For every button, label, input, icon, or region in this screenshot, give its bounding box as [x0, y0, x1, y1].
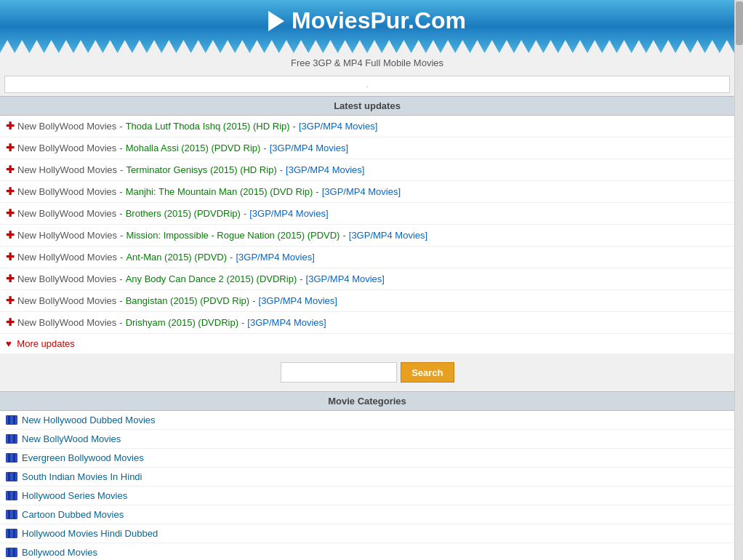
item-category: New BollyWood Movies [17, 119, 116, 134]
item-category: New HollyWood Movies [17, 250, 117, 265]
search-button[interactable]: Search [401, 362, 454, 383]
film-icon [6, 510, 17, 519]
update-item: ✚ New BollyWood Movies - Any Body Can Da… [0, 268, 734, 290]
movie-title-link[interactable]: Brothers (2015) (PDVDRip) [126, 207, 241, 221]
update-item: ✚ New BollyWood Movies - Manjhi: The Mou… [0, 181, 734, 203]
update-item: ✚ New HollyWood Movies - Ant-Man (2015) … [0, 247, 734, 268]
film-icon [6, 491, 17, 500]
film-icon [6, 472, 17, 481]
plus-icon: ✚ [6, 162, 15, 177]
separator: - [119, 294, 122, 308]
film-icon [6, 434, 17, 444]
plus-icon: ✚ [6, 228, 15, 243]
category-link[interactable]: Hollywood Movies Hindi Dubbed [22, 528, 158, 539]
category-link[interactable]: New Hollywood Dubbed Movies [22, 415, 156, 425]
item-separator: - [244, 207, 246, 221]
latest-updates-header: Latest updates [0, 96, 734, 116]
update-item: ✚ New BollyWood Movies - Drishyam (2015)… [0, 312, 734, 334]
tag-link[interactable]: [3GP/MP4 Movies] [236, 250, 314, 265]
category-item: Evergreen Bollywood Movies [0, 449, 734, 468]
category-item: New Hollywood Dubbed Movies [0, 411, 734, 430]
item-category: New BollyWood Movies [17, 141, 116, 156]
movie-title-link[interactable]: Terminator Genisys (2015) (HD Rip) [126, 163, 276, 177]
more-updates-link[interactable]: More updates [17, 338, 75, 349]
category-link[interactable]: Evergreen Bollywood Movies [22, 452, 144, 463]
movie-title-link[interactable]: Any Body Can Dance 2 (2015) (DVDRip) [126, 272, 297, 287]
header-zigzag [0, 40, 734, 53]
play-icon [268, 11, 284, 31]
update-item: ✚ New BollyWood Movies - Bangistan (2015… [0, 290, 734, 312]
item-separator: - [241, 316, 244, 330]
item-category: New BollyWood Movies [17, 185, 116, 199]
scrollbar-thumb[interactable] [736, 1, 743, 45]
tag-link[interactable]: [3GP/MP4 Movies] [299, 119, 377, 134]
site-subtitle: Free 3GP & MP4 Full Mobile Movies [0, 53, 734, 73]
tag-link[interactable]: [3GP/MP4 Movies] [259, 294, 337, 308]
category-link[interactable]: Hollywood Series Movies [22, 490, 127, 501]
tag-link[interactable]: [3GP/MP4 Movies] [306, 272, 385, 287]
tag-link[interactable]: [3GP/MP4 Movies] [247, 316, 326, 330]
tag-link[interactable]: [3GP/MP4 Movies] [322, 185, 401, 199]
heart-icon: ♥ [6, 338, 12, 349]
movie-title-link[interactable]: Bangistan (2015) (PDVD Rip) [126, 294, 250, 308]
tag-link[interactable]: [3GP/MP4 Movies] [286, 163, 364, 177]
category-link[interactable]: Bollywood Movies [22, 547, 97, 558]
plus-icon: ✚ [6, 249, 15, 265]
separator: - [120, 250, 123, 265]
movie-title-link[interactable]: Manjhi: The Mountain Man (2015) (DVD Rip… [126, 185, 313, 199]
plus-icon: ✚ [6, 293, 15, 308]
update-item: ✚ New BollyWood Movies - Mohalla Assi (2… [0, 137, 734, 159]
category-item: Hollywood Movies Hindi Dubbed [0, 524, 734, 543]
separator: - [119, 185, 122, 199]
separator: - [119, 119, 122, 134]
category-link[interactable]: South Indian Movies In Hindi [22, 471, 142, 482]
update-item: ✚ New HollyWood Movies - Mission: Imposs… [0, 225, 734, 247]
site-header: MoviesPur.Com [0, 0, 734, 53]
movie-title-link[interactable]: Thoda Lutf Thoda Ishq (2015) (HD Rip) [126, 119, 290, 134]
scrollbar[interactable] [734, 0, 743, 560]
search-input[interactable] [281, 362, 397, 383]
plus-icon: ✚ [6, 140, 15, 156]
movie-categories-header: Movie Categories [0, 391, 734, 411]
category-item: Hollywood Series Movies [0, 487, 734, 505]
category-item: Bollywood Movies [0, 543, 734, 560]
item-separator: - [300, 272, 302, 287]
item-category: New HollyWood Movies [17, 228, 117, 243]
plus-icon: ✚ [6, 184, 15, 199]
item-category: New BollyWood Movies [17, 316, 116, 330]
search-area: Search [0, 353, 734, 391]
category-item: Cartoon Dubbed Movies [0, 505, 734, 524]
plus-icon: ✚ [6, 271, 15, 287]
item-separator: - [230, 250, 233, 265]
tag-link[interactable]: [3GP/MP4 Movies] [249, 207, 328, 221]
separator: - [120, 228, 123, 243]
category-link[interactable]: Cartoon Dubbed Movies [22, 509, 124, 520]
tag-link[interactable]: [3GP/MP4 Movies] [270, 141, 348, 156]
item-separator: - [263, 141, 266, 156]
plus-icon: ✚ [6, 119, 15, 134]
categories-list: New Hollywood Dubbed Movies New BollyWoo… [0, 411, 734, 560]
separator: - [120, 163, 123, 177]
film-icon [6, 548, 17, 557]
item-separator: - [342, 228, 345, 243]
movie-title-link[interactable]: Mohalla Assi (2015) (PDVD Rip) [126, 141, 261, 156]
movie-title-link[interactable]: Mission: Impossible - Rogue Nation (2015… [126, 228, 340, 243]
item-category: New BollyWood Movies [17, 294, 116, 308]
more-updates-container: ♥ More updates [0, 334, 734, 353]
separator: - [119, 141, 122, 156]
separator: - [119, 316, 122, 330]
film-icon [6, 529, 17, 538]
item-separator: - [280, 163, 283, 177]
category-item: New BollyWood Movies [0, 430, 734, 449]
movie-title-link[interactable]: Drishyam (2015) (DVDRip) [126, 316, 238, 330]
separator: - [119, 272, 122, 287]
item-separator: - [252, 294, 255, 308]
movie-title-link[interactable]: Ant-Man (2015) (PDVD) [126, 250, 227, 265]
update-item: ✚ New HollyWood Movies - Terminator Geni… [0, 159, 734, 181]
category-link[interactable]: New BollyWood Movies [22, 433, 121, 444]
item-separator: - [316, 185, 318, 199]
item-category: New BollyWood Movies [17, 272, 116, 287]
ad-bar: . [4, 76, 730, 93]
tag-link[interactable]: [3GP/MP4 Movies] [349, 228, 427, 243]
site-title: MoviesPur.Com [0, 7, 734, 34]
